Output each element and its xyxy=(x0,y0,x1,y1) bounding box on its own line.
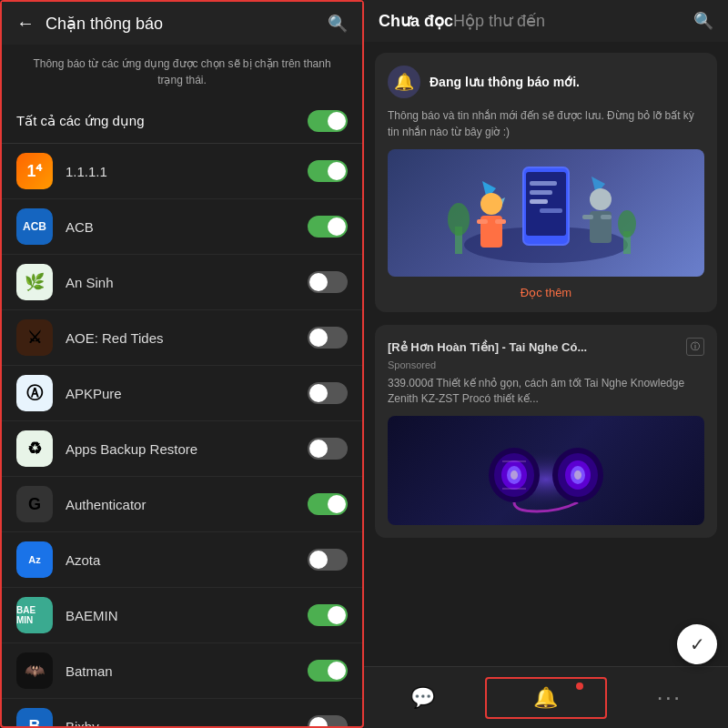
app-items-container: 1⁴1.1.1.1ACBACB🌿An Sinh⚔AOE: Red TidesⒶA… xyxy=(2,144,362,726)
toggle-baemin[interactable] xyxy=(308,604,348,626)
toggle-aoe:-red-tides[interactable] xyxy=(308,327,348,349)
app-icon: ACB xyxy=(16,208,53,245)
app-item: GAuthenticator xyxy=(2,477,362,532)
app-icon: ⚔ xyxy=(16,319,53,356)
notification-save-card: 🔔 Đang lưu thông báo mới. Thông báo và t… xyxy=(375,53,717,312)
section-label: Tất cả các ứng dụng xyxy=(16,113,145,129)
left-subtitle: Thông báo từ các ứng dụng được chọn sẽ b… xyxy=(2,45,362,99)
more-icon: ··· xyxy=(656,683,682,712)
toggle-authenticator[interactable] xyxy=(308,493,348,515)
svg-point-19 xyxy=(448,203,470,236)
svg-rect-17 xyxy=(601,215,612,219)
app-icon: BAE MIN xyxy=(16,597,53,633)
svg-point-32 xyxy=(574,470,581,480)
app-item: AzAzota xyxy=(2,532,362,588)
app-name: AOE: Red Tides xyxy=(66,330,308,346)
toggle-an-sinh[interactable] xyxy=(308,271,348,293)
right-search-button[interactable]: 🔍 xyxy=(693,11,713,31)
right-title-inbox: Hộp thư đến xyxy=(453,11,545,31)
app-icon: B xyxy=(16,708,53,726)
app-name: Authenticator xyxy=(66,497,308,512)
app-name: APKPure xyxy=(66,386,308,401)
ad-card-header: [Rẻ Hơn Hoàn Tiền] - Tai Nghe Có... ⓘ xyxy=(388,338,704,356)
ad-description: 339.000đ Thiết kế nhỏ gọn, cách âm tốt T… xyxy=(388,376,704,407)
svg-rect-12 xyxy=(477,219,488,224)
app-item: ⒶAPKPure xyxy=(2,366,362,421)
app-item: 🌿An Sinh xyxy=(2,255,362,310)
ad-info-icon[interactable]: ⓘ xyxy=(686,338,704,356)
bell-icon: 🔔 xyxy=(533,686,558,710)
svg-rect-5 xyxy=(530,199,548,204)
app-icon: ♻ xyxy=(16,430,53,467)
right-content: 🔔 Đang lưu thông báo mới. Thông báo và t… xyxy=(364,42,728,666)
svg-point-10 xyxy=(480,193,502,215)
notif-card-desc: Thông báo và tin nhắn mới đến sẽ được lư… xyxy=(388,107,704,140)
app-name: Apps Backup Restore xyxy=(66,441,308,457)
ad-card: [Rẻ Hơn Hoàn Tiền] - Tai Nghe Có... ⓘ Sp… xyxy=(375,325,717,538)
nav-bell[interactable]: 🔔 xyxy=(485,677,606,719)
left-header: ← Chặn thông báo 🔍 xyxy=(2,2,362,45)
app-name: 1.1.1.1 xyxy=(66,164,308,179)
app-name: BAEMIN xyxy=(66,608,308,623)
notif-card-header: 🔔 Đang lưu thông báo mới. xyxy=(388,66,704,98)
app-icon: 🌿 xyxy=(16,264,53,300)
nav-chat[interactable]: 💬 xyxy=(364,679,481,717)
all-apps-section: Tất cả các ứng dụng xyxy=(2,99,362,144)
app-name: Batman xyxy=(66,663,308,679)
app-item: 1⁴1.1.1.1 xyxy=(2,144,362,199)
notif-card-title: Đang lưu thông báo mới. xyxy=(430,75,580,89)
ad-product-image xyxy=(388,416,704,525)
read-more-link[interactable]: Đọc thêm xyxy=(388,286,704,299)
toggle-apps-backup-restore[interactable] xyxy=(308,438,348,460)
right-panel-wrapper: Chưa đọc Hộp thư đến 🔍 🔔 Đang lưu thông … xyxy=(364,0,728,728)
toggle-apkpure[interactable] xyxy=(308,382,348,404)
svg-rect-6 xyxy=(540,208,562,213)
left-search-button[interactable]: 🔍 xyxy=(328,14,348,34)
app-item: ♻Apps Backup Restore xyxy=(2,421,362,477)
app-item: BBixby xyxy=(2,699,362,726)
svg-rect-3 xyxy=(530,181,557,186)
toggle-acb[interactable] xyxy=(308,216,348,238)
ad-sponsored-label: Sponsored xyxy=(388,359,704,370)
nav-more[interactable]: ··· xyxy=(611,676,728,719)
svg-rect-13 xyxy=(495,219,506,224)
app-item: 🦇Batman xyxy=(2,643,362,699)
app-name: Azota xyxy=(66,552,308,568)
svg-point-27 xyxy=(511,470,518,480)
toggle-bixby[interactable] xyxy=(308,715,348,726)
app-icon: Az xyxy=(16,541,53,578)
app-item: BAE MINBAEMIN xyxy=(2,588,362,643)
svg-point-14 xyxy=(590,188,612,210)
toggle-batman[interactable] xyxy=(308,660,348,682)
back-button[interactable]: ← xyxy=(16,13,35,34)
right-title-unread: Chưa đọc xyxy=(379,11,453,31)
app-icon: Ⓐ xyxy=(16,375,53,411)
app-name: Bixby xyxy=(66,719,308,727)
right-header: Chưa đọc Hộp thư đến 🔍 xyxy=(364,0,728,42)
app-item: ⚔AOE: Red Tides xyxy=(2,310,362,366)
app-item: ACBACB xyxy=(2,199,362,255)
left-panel: ← Chặn thông báo 🔍 Thông báo từ các ứng … xyxy=(0,0,364,728)
chat-icon: 💬 xyxy=(410,686,435,710)
app-name: An Sinh xyxy=(66,275,308,290)
right-panel: Chưa đọc Hộp thư đến 🔍 🔔 Đang lưu thông … xyxy=(364,0,728,728)
app-icon: G xyxy=(16,486,53,522)
notif-illustration xyxy=(388,149,704,277)
svg-rect-4 xyxy=(530,190,552,195)
fab-check-button[interactable]: ✓ xyxy=(677,624,717,664)
svg-rect-16 xyxy=(582,215,593,219)
apps-list: Tất cả các ứng dụng 1⁴1.1.1.1ACBACB🌿An S… xyxy=(2,99,362,726)
ad-title: [Rẻ Hơn Hoàn Tiền] - Tai Nghe Có... xyxy=(388,340,686,354)
notif-badge xyxy=(576,682,583,690)
app-icon: 🦇 xyxy=(16,652,53,689)
toggle-1.1.1.1[interactable] xyxy=(308,160,348,182)
left-title: Chặn thông báo xyxy=(46,14,328,34)
toggle-azota[interactable] xyxy=(308,549,348,571)
app-name: ACB xyxy=(66,219,308,235)
bottom-nav: 💬 🔔 ··· xyxy=(364,666,728,728)
notif-bell-icon: 🔔 xyxy=(388,66,420,98)
svg-point-21 xyxy=(618,210,636,238)
all-apps-toggle[interactable] xyxy=(308,110,348,132)
app-icon: 1⁴ xyxy=(16,153,53,189)
